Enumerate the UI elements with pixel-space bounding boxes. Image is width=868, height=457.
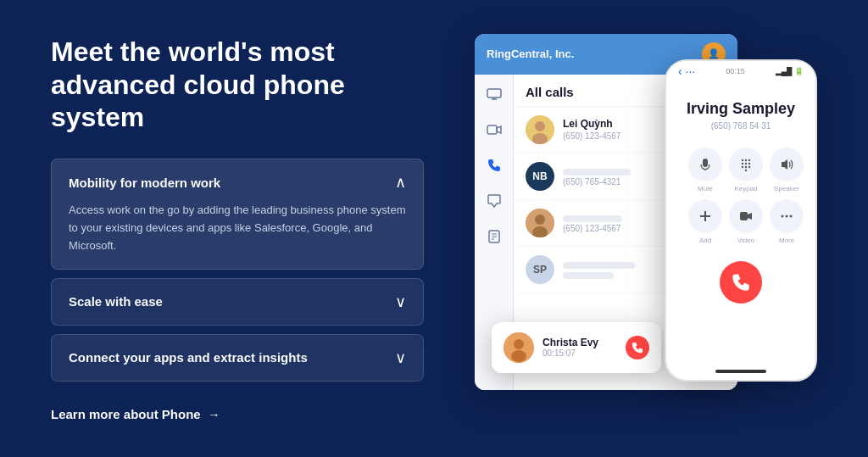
call-number-placeholder-4 [563, 272, 614, 279]
incoming-call-banner: Christa Evy 00:15:07 [492, 322, 661, 373]
svg-point-24 [745, 165, 747, 167]
svg-point-30 [782, 215, 784, 217]
svg-point-25 [748, 165, 750, 167]
call-avatar-4: SP [526, 255, 554, 284]
call-name-placeholder-2 [563, 169, 631, 176]
svg-point-22 [748, 162, 750, 164]
incoming-time: 00:15:07 [542, 348, 617, 358]
add-icon [688, 199, 722, 233]
sidebar-icon-screen[interactable] [485, 85, 504, 103]
svg-point-9 [535, 121, 545, 131]
svg-point-17 [742, 159, 743, 160]
add-label: Add [699, 237, 711, 244]
page-container: Meet the world's most advanced cloud pho… [0, 0, 868, 457]
accordion-icon-connect: ∨ [395, 348, 406, 367]
accordion-item-connect[interactable]: Connect your apps and extract insights ∨ [51, 334, 424, 382]
svg-rect-29 [740, 212, 748, 220]
accordion-title-mobility: Mobility for modern work [69, 176, 220, 190]
phone-signal: ▂▄█ 🔋 [776, 67, 804, 75]
sidebar-icon-video[interactable] [485, 120, 504, 139]
svg-point-32 [790, 215, 793, 217]
right-panel: RingCentral, Inc. 👤 [475, 34, 817, 424]
phone-keypad-button[interactable]: Keypad [729, 148, 763, 192]
accordion-item-mobility[interactable]: Mobility for modern work ∧ Access work o… [51, 159, 424, 269]
sidebar-icon-phone[interactable] [485, 156, 504, 175]
accordion-body-mobility: Access work on the go by adding the lead… [69, 202, 406, 254]
accordion-title-scale: Scale with ease [69, 294, 163, 309]
svg-point-16 [511, 350, 526, 362]
call-avatar-2: NB [526, 162, 554, 191]
call-name-placeholder-3 [563, 215, 622, 222]
video-icon [729, 199, 763, 233]
phone-caller-number: (650) 768 54 31 [680, 121, 802, 131]
phone-call-timer: 00:15 [726, 67, 745, 75]
phone-status-bar: ‹ ··· 00:15 ▂▄█ 🔋 [666, 61, 815, 81]
answer-call-button[interactable] [626, 336, 649, 359]
more-icon [770, 199, 804, 233]
phone-call-content: Irving Sampley (650) 768 54 31 Mute [666, 81, 815, 315]
sidebar-icon-notes[interactable] [485, 227, 504, 246]
mute-icon [688, 148, 722, 181]
svg-point-21 [745, 162, 747, 164]
phone-more-button[interactable]: More [770, 199, 804, 244]
video-label: Video [737, 237, 754, 244]
accordion-header-scale[interactable]: Scale with ease ∨ [69, 293, 406, 311]
incoming-name: Christa Evy [542, 337, 617, 348]
svg-point-20 [742, 162, 743, 164]
more-label: More [779, 237, 794, 244]
phone-mockup: ‹ ··· 00:15 ▂▄█ 🔋 Irving Sampley (650) 7… [665, 59, 817, 382]
incoming-call-info: Christa Evy 00:15:07 [542, 337, 617, 358]
call-avatar-1 [526, 115, 554, 144]
call-avatar-3 [526, 209, 554, 237]
accordion-header-connect[interactable]: Connect your apps and extract insights ∨ [69, 348, 406, 367]
phone-add-button[interactable]: Add [688, 199, 722, 244]
mute-label: Mute [698, 185, 713, 192]
phone-mute-button[interactable]: Mute [688, 148, 722, 192]
accordion-icon-scale: ∨ [395, 293, 406, 311]
main-heading: Meet the world's most advanced cloud pho… [51, 36, 424, 133]
phone-controls: Mute Keypad [680, 148, 802, 244]
left-panel: Meet the world's most advanced cloud pho… [51, 36, 424, 421]
accordion: Mobility for modern work ∧ Access work o… [51, 159, 424, 381]
accordion-header-mobility[interactable]: Mobility for modern work ∧ [69, 173, 406, 192]
speaker-icon [770, 148, 804, 181]
keypad-icon [729, 148, 763, 181]
company-name: RingCentral, Inc. [487, 47, 574, 60]
end-call-button[interactable] [720, 261, 762, 304]
phone-caller-name: Irving Sampley [680, 100, 802, 118]
svg-point-19 [748, 159, 750, 160]
svg-point-18 [745, 159, 747, 160]
svg-point-23 [742, 165, 743, 167]
keypad-label: Keypad [734, 185, 757, 192]
svg-point-12 [535, 215, 545, 225]
svg-rect-3 [487, 125, 497, 134]
phone-home-indicator [715, 370, 766, 373]
learn-more-link[interactable]: Learn more about Phone → [51, 407, 424, 421]
accordion-item-scale[interactable]: Scale with ease ∨ [51, 278, 424, 326]
learn-more-label: Learn more about Phone [51, 407, 201, 421]
call-name-placeholder-4 [563, 262, 635, 269]
phone-speaker-button[interactable]: Speaker [770, 148, 804, 192]
speaker-label: Speaker [774, 185, 799, 192]
accordion-icon-mobility: ∧ [395, 173, 406, 192]
svg-point-31 [786, 215, 788, 217]
phone-back-button[interactable]: ‹ ··· [678, 64, 695, 78]
sidebar-icon-message[interactable] [485, 192, 504, 210]
learn-more-arrow: → [208, 407, 220, 421]
accordion-title-connect: Connect your apps and extract insights [69, 350, 308, 365]
svg-rect-0 [487, 89, 501, 98]
incoming-avatar [504, 332, 534, 363]
svg-point-26 [745, 169, 747, 170]
phone-video-button[interactable]: Video [729, 199, 763, 244]
phone-end-call-area [680, 261, 802, 304]
svg-point-15 [514, 339, 524, 349]
